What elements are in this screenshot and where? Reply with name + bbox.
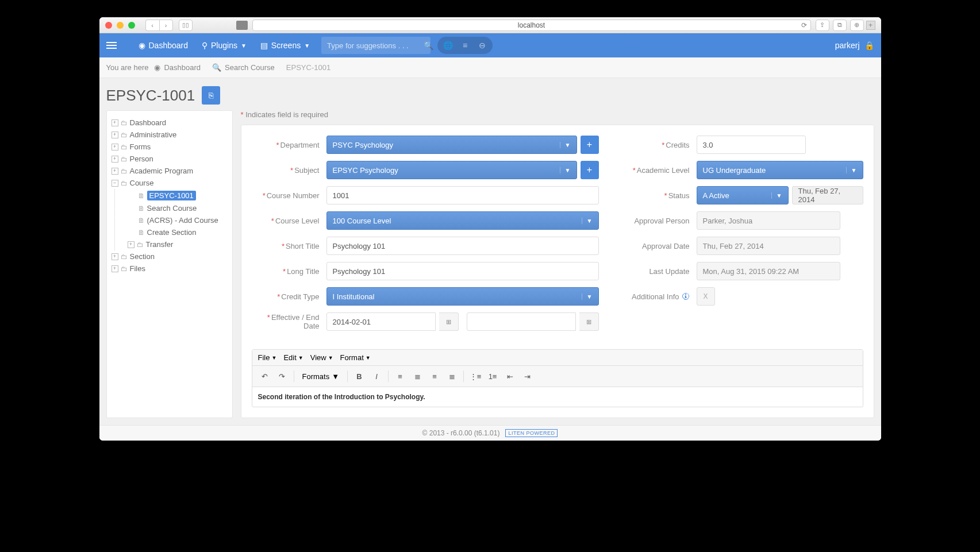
nav-plugins[interactable]: ⚲ Plugins ▼ <box>195 33 253 57</box>
input-effective-date[interactable] <box>326 312 436 331</box>
caret-down-icon: ▼ <box>304 43 310 49</box>
file-icon: 🗎 <box>138 217 145 225</box>
input-credits[interactable] <box>697 136 806 154</box>
sidebar-item-forms[interactable]: +🗀Forms <box>112 141 228 153</box>
database-icon[interactable]: ≡ <box>456 38 474 52</box>
screens-icon: ▤ <box>260 41 268 50</box>
label-course-level: *Course Level <box>252 217 326 225</box>
hamburger-menu[interactable] <box>106 36 125 55</box>
label-credit-type: *Credit Type <box>252 292 326 301</box>
footer-copyright: © 2013 - r6.0.00 (t6.1.01) <box>422 429 500 437</box>
quick-actions: 🌐 ≡ ⊖ <box>437 37 493 54</box>
app-topbar: ◉ Dashboard ⚲ Plugins ▼ ▤ Screens ▼ 🔍 🌐 … <box>99 33 881 57</box>
bold-icon[interactable]: B <box>351 368 367 384</box>
number-list-icon[interactable]: 1≡ <box>485 368 501 384</box>
downloads-icon[interactable]: ⊕ <box>850 20 864 31</box>
bullet-list-icon[interactable]: ⋮≡ <box>467 368 483 384</box>
folder-icon: 🗀 <box>121 167 128 175</box>
editor-menu-view[interactable]: View▼ <box>310 353 333 362</box>
sidebar-item-transfer[interactable]: +🗀Transfer <box>121 238 228 250</box>
footer: © 2013 - r6.0.00 (t6.1.01) LITEN POWERED <box>99 425 881 441</box>
file-icon: 🗎 <box>138 192 145 200</box>
globe-icon[interactable]: 🌐 <box>439 38 456 52</box>
nav-screens[interactable]: ▤ Screens ▼ <box>253 33 317 57</box>
sidebar-item-dashboard[interactable]: +🗀Dashboard <box>112 117 228 129</box>
plug-icon: ⚲ <box>202 41 207 50</box>
user-name[interactable]: parkerj <box>835 41 860 50</box>
input-short-title[interactable] <box>326 237 599 255</box>
close-window[interactable] <box>105 22 112 29</box>
align-justify-icon[interactable]: ≣ <box>444 368 460 384</box>
gauge-icon: ◉ <box>154 63 160 72</box>
label-last-update: Last Update <box>622 267 697 276</box>
select-academic-level[interactable]: UG Undergraduate▼ <box>697 161 863 179</box>
calendar-icon[interactable]: ⊞ <box>579 312 599 331</box>
share-icon[interactable]: ⇪ <box>816 20 829 31</box>
sidebar-item-academic-program[interactable]: +🗀Academic Program <box>112 165 228 177</box>
sidebar-item-create-section[interactable]: 🗎Create Section <box>121 226 228 238</box>
refresh-icon[interactable]: ⟳ <box>801 21 807 29</box>
search-input[interactable] <box>327 41 424 50</box>
add-subject-button[interactable]: + <box>581 161 599 179</box>
maximize-window[interactable] <box>128 22 135 29</box>
input-long-title[interactable] <box>326 262 599 280</box>
global-search[interactable]: 🔍 <box>321 37 431 54</box>
align-right-icon[interactable]: ≡ <box>426 368 443 384</box>
url-field[interactable]: localhost ⟳ <box>252 20 811 31</box>
editor-menu-file[interactable]: File▼ <box>258 353 277 362</box>
align-left-icon[interactable]: ≡ <box>392 368 408 384</box>
additional-info-x[interactable]: X <box>697 287 715 306</box>
back-button[interactable]: ‹ <box>145 20 159 31</box>
label-approval-person: Approval Person <box>622 217 697 225</box>
undo-icon[interactable]: ↶ <box>257 368 273 384</box>
tab-overview-button[interactable]: ▯▯ <box>179 20 193 31</box>
editor-menu-format[interactable]: Format▼ <box>340 353 371 362</box>
lock-icon[interactable]: 🔒 <box>864 41 874 50</box>
sidebar-item-section[interactable]: +🗀Section <box>112 250 228 263</box>
nav-dashboard[interactable]: ◉ Dashboard <box>132 33 195 57</box>
redo-icon[interactable]: ↷ <box>274 368 290 384</box>
sidebar-item-search-course[interactable]: 🗎Search Course <box>121 202 228 214</box>
copy-button[interactable]: ⎘ <box>202 86 220 105</box>
minimize-window[interactable] <box>117 22 124 29</box>
editor-content[interactable]: Second iteration of the Introduction to … <box>252 387 863 407</box>
sidebar-item-epsyc-1001[interactable]: 🗎EPSYC-1001 <box>121 189 228 202</box>
add-department-button[interactable]: + <box>581 136 599 154</box>
sidebar-item-person[interactable]: +🗀Person <box>112 153 228 165</box>
sidebar-item-files[interactable]: +🗀Files <box>112 263 228 275</box>
reader-icon[interactable] <box>236 21 248 30</box>
indent-icon[interactable]: ⇥ <box>519 368 535 384</box>
input-end-date[interactable] <box>467 312 576 331</box>
select-status[interactable]: A Active▼ <box>697 186 789 204</box>
tabs-icon[interactable]: ⧉ <box>833 20 847 31</box>
formats-dropdown[interactable]: Formats▼ <box>298 368 344 384</box>
caret-down-icon: ▼ <box>582 218 593 224</box>
label-additional-info: Additional Info🛈 <box>622 292 697 301</box>
window-controls <box>105 22 135 29</box>
footer-badge: LITEN POWERED <box>505 429 558 437</box>
editor-menu-edit[interactable]: Edit▼ <box>283 353 303 362</box>
input-course-number[interactable] <box>326 186 599 204</box>
outdent-icon[interactable]: ⇤ <box>502 368 518 384</box>
new-tab-button[interactable]: + <box>866 21 875 30</box>
nav-plugins-label: Plugins <box>211 41 237 50</box>
forward-button[interactable]: › <box>159 20 173 31</box>
breadcrumb-search-course[interactable]: 🔍 Search Course <box>206 63 280 72</box>
select-subject[interactable]: EPSYC Psychology▼ <box>326 161 577 179</box>
search-icon[interactable]: 🔍 <box>424 41 433 50</box>
italic-icon[interactable]: I <box>368 368 385 384</box>
select-credit-type[interactable]: I Institutional▼ <box>326 287 599 306</box>
calendar-icon[interactable]: ⊞ <box>439 312 459 331</box>
sidebar-item-add-course[interactable]: 🗎(ACRS) - Add Course <box>121 214 228 226</box>
page-title: EPSYC-1001 <box>106 87 195 105</box>
sidebar-item-course[interactable]: −🗀Course <box>112 177 228 189</box>
folder-icon: 🗀 <box>121 131 128 139</box>
select-course-level[interactable]: 100 Course Level▼ <box>326 211 599 230</box>
caret-down-icon: ▼ <box>560 142 571 148</box>
align-center-icon[interactable]: ≣ <box>409 368 425 384</box>
select-department[interactable]: PSYC Psychology▼ <box>326 136 577 154</box>
breadcrumb-dashboard[interactable]: ◉ Dashboard <box>148 63 206 72</box>
info-icon[interactable]: 🛈 <box>682 292 690 301</box>
sidebar-item-administrative[interactable]: +🗀Administrative <box>112 129 228 141</box>
minus-circle-icon[interactable]: ⊖ <box>474 38 491 52</box>
